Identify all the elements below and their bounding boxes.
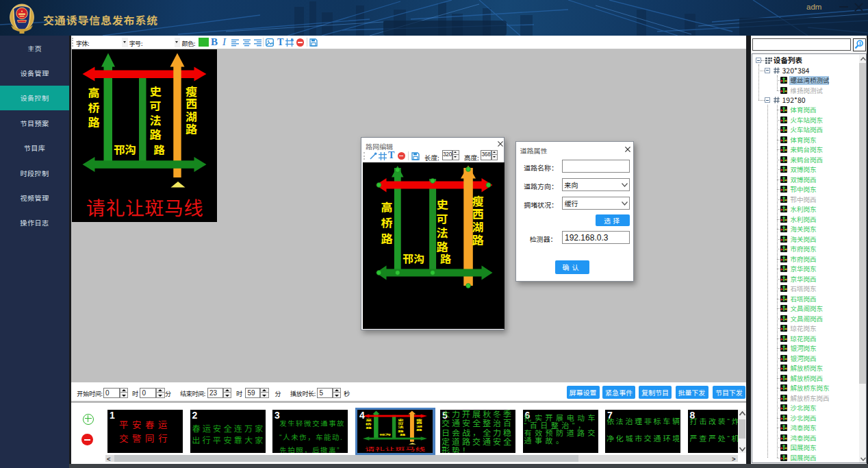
svg-text:路: 路 xyxy=(472,231,484,248)
svg-text:高: 高 xyxy=(381,198,392,215)
svg-text:桥: 桥 xyxy=(381,214,392,231)
svg-text:路: 路 xyxy=(381,230,393,247)
svg-text:邗沟: 邗沟 xyxy=(403,250,424,267)
svg-text:路: 路 xyxy=(440,250,451,267)
svg-text:3: 3 xyxy=(858,41,861,46)
